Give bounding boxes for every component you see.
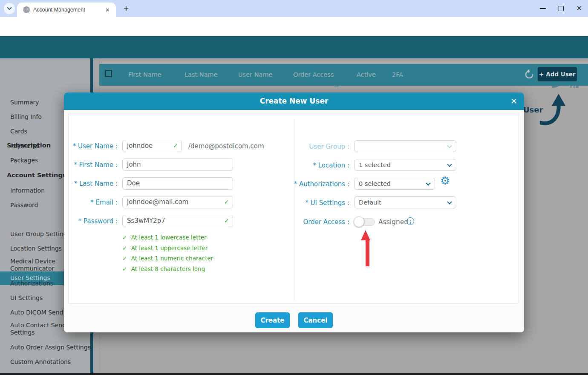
cancel-button[interactable]: Cancel	[298, 312, 333, 328]
toggle-knob[interactable]	[354, 216, 364, 227]
refresh-button[interactable]	[524, 69, 535, 82]
user-name-input[interactable]: johndoe ✓	[122, 140, 182, 152]
create-button[interactable]: Create	[255, 312, 290, 328]
tab-search-button[interactable]	[4, 3, 15, 14]
sidebar-item-packages[interactable]: Packages	[10, 157, 38, 164]
refresh-icon	[524, 69, 535, 80]
modal-header: Create New User ✕	[64, 92, 524, 110]
sidebar-item-location-settings[interactable]: Location Settings	[10, 245, 62, 252]
password-rule-uppercase: ✓At least 1 uppercase letter	[122, 245, 208, 251]
browser-tabstrip: Account Management ✕ + ✕	[0, 0, 588, 17]
sidebar-section-account-settings: Account Settings	[7, 172, 66, 179]
location-label: * Location :	[268, 162, 349, 169]
first-name-input[interactable]: John	[122, 159, 233, 171]
password-input[interactable]: Ss3wMY2p7 ✓	[122, 215, 233, 227]
authorizations-dropdown[interactable]: 0 selected	[354, 178, 435, 190]
chevron-down-icon	[7, 5, 12, 10]
window-controls: ✕	[540, 0, 582, 17]
valid-check-icon: ✓	[173, 140, 178, 152]
email-input[interactable]: johndoe@mail.com ✓	[122, 196, 233, 208]
last-name-label: * Last Name :	[68, 180, 118, 188]
tab-close-icon[interactable]: ✕	[104, 6, 112, 14]
password-rule-numeric: ✓At least 1 numeric character	[122, 255, 213, 262]
sidebar-item-auto-order-assign-settings[interactable]: Auto Order Assign Settings	[10, 344, 91, 351]
modal-title: Create New User	[64, 97, 524, 105]
sidebar-item-cards[interactable]: Cards	[10, 128, 27, 135]
ui-settings-dropdown[interactable]: Default	[354, 196, 456, 208]
window-minimize-button[interactable]	[540, 8, 546, 9]
select-all-checkbox[interactable]	[105, 70, 112, 77]
password-label: * Password :	[68, 217, 118, 225]
column-first-name: First Name	[128, 71, 161, 78]
browser-tab[interactable]: Account Management ✕	[17, 3, 116, 17]
last-name-input[interactable]: Doe	[122, 177, 233, 190]
modal-close-icon[interactable]: ✕	[510, 96, 517, 106]
screen: Account Management ✕ + ✕ ← → ↻ germany.p…	[0, 0, 588, 375]
column-order-access: Order Access	[293, 71, 334, 78]
order-access-label: Order Access :	[268, 218, 349, 226]
authorizations-label: * Authorizations :	[268, 180, 349, 188]
sidebar-item-password[interactable]: Password	[10, 202, 38, 209]
window-bottom-edge	[0, 373, 588, 375]
chevron-down-icon	[447, 162, 452, 167]
sidebar-item-billing-info[interactable]: Billing Info	[10, 113, 42, 121]
sidebar-item-custom-annotations[interactable]: Custom Annotations	[10, 358, 71, 366]
location-dropdown[interactable]: 1 selected	[354, 159, 456, 171]
chevron-down-icon	[426, 181, 430, 185]
red-arrow-shaft	[366, 240, 369, 266]
check-icon: ✓	[122, 245, 127, 251]
window-close-button[interactable]: ✕	[576, 5, 582, 12]
first-name-label: * First Name :	[68, 161, 118, 169]
column-active: Active	[357, 71, 376, 78]
ui-settings-label: * UI Settings :	[268, 199, 349, 207]
password-rule-lowercase: ✓At least 1 lowercase letter	[122, 234, 207, 241]
chevron-down-icon	[447, 199, 452, 204]
order-access-state-label: Assigned	[378, 218, 408, 226]
annotation-curved-arrow-icon	[540, 92, 566, 127]
add-user-button[interactable]: + Add User	[538, 67, 577, 81]
check-icon: ✓	[122, 234, 127, 241]
sidebar-item-authorizations[interactable]: Authorizations	[10, 280, 53, 287]
valid-check-icon: ✓	[224, 215, 229, 227]
tab-title: Account Management	[33, 7, 104, 13]
email-label: * Email :	[68, 199, 118, 206]
new-tab-button[interactable]: +	[121, 4, 131, 14]
user-group-label: User Group :	[268, 143, 349, 150]
sidebar-item-summary[interactable]: Summary	[10, 99, 39, 106]
app-header: postDICOM User Settings	[0, 36, 588, 58]
user-group-dropdown[interactable]	[354, 140, 456, 152]
user-name-label: * User Name :	[68, 142, 118, 150]
chevron-down-icon	[447, 143, 452, 148]
sidebar-item-information[interactable]: Information	[10, 187, 45, 194]
favicon-icon	[23, 6, 30, 13]
sidebar-item-payments[interactable]: Payments	[10, 142, 40, 150]
users-table-header: First Name Last Name User Name Order Acc…	[99, 64, 588, 86]
column-last-name: Last Name	[184, 71, 218, 78]
create-new-user-modal: Create New User ✕ * User Name : johndoe …	[64, 92, 524, 332]
sidebar-item-ui-settings[interactable]: UI Settings	[10, 294, 43, 302]
info-icon[interactable]: i	[406, 217, 414, 225]
browser-toolbar: ← → ↻ germany.postdicom.com/AccountManag…	[0, 17, 588, 36]
check-icon: ✓	[122, 265, 127, 272]
check-icon: ✓	[122, 255, 127, 262]
valid-check-icon: ✓	[224, 196, 229, 208]
user-name-domain-suffix: /demo@postdicom.com	[188, 142, 264, 150]
column-2fa: 2FA	[392, 71, 403, 78]
sidebar-item-user-group-settings[interactable]: User Group Settings	[10, 231, 70, 238]
password-rule-length: ✓At least 8 characters long	[122, 265, 205, 272]
column-user-name: User Name	[238, 71, 272, 78]
window-maximize-button[interactable]	[559, 6, 564, 11]
plus-icon: +	[539, 71, 543, 78]
red-arrow-head-icon	[361, 230, 370, 240]
authorizations-gear-icon[interactable]: ⚙	[440, 175, 450, 186]
